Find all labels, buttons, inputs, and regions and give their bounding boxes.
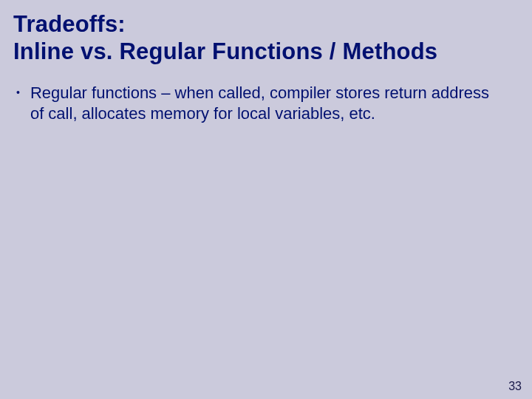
slide: Tradeoffs: Inline vs. Regular Functions …	[0, 0, 532, 399]
slide-title: Tradeoffs: Inline vs. Regular Functions …	[0, 0, 532, 65]
bullet-text: Regular functions – when called, compile…	[30, 83, 502, 123]
bullet-item: • Regular functions – when called, compi…	[15, 83, 502, 123]
slide-body: • Regular functions – when called, compi…	[0, 65, 532, 123]
bullet-icon: •	[15, 83, 20, 102]
page-number: 33	[508, 380, 522, 393]
title-line-1: Tradeoffs:	[13, 10, 519, 38]
title-line-2: Inline vs. Regular Functions / Methods	[13, 38, 519, 65]
